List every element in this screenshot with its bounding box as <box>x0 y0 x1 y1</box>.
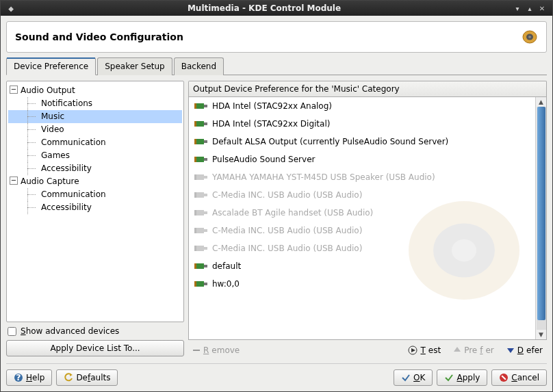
collapse-icon[interactable]: − <box>10 86 18 94</box>
minus-icon <box>192 346 201 354</box>
scroll-track[interactable] <box>537 107 546 330</box>
defaults-button[interactable]: Defaults <box>56 369 118 386</box>
device-list: HDA Intel (STAC92xx Analog)HDA Intel (ST… <box>188 96 547 340</box>
device-item[interactable]: hw:0,0 <box>189 275 535 293</box>
sound-card-icon <box>194 101 208 111</box>
prefer-button[interactable]: Prefer <box>450 344 497 356</box>
check-icon <box>401 373 411 382</box>
module-title: Sound and Video Configuration <box>15 31 522 42</box>
tree-label: Audio Output <box>21 86 75 95</box>
speaker-icon <box>522 29 538 45</box>
play-icon <box>408 345 417 355</box>
right-column: Output Device Preference for the 'Music'… <box>188 81 547 356</box>
scroll-up-icon[interactable]: ▲ <box>537 97 546 107</box>
svg-rect-32 <box>204 247 207 250</box>
svg-rect-14 <box>204 140 207 143</box>
tree-node-music[interactable]: Music <box>8 110 182 123</box>
sound-card-icon <box>194 119 208 129</box>
svg-rect-22 <box>194 192 196 198</box>
device-label: C-Media INC. USB Audio (USB Audio) <box>212 244 362 253</box>
device-scroll[interactable]: HDA Intel (STAC92xx Analog)HDA Intel (ST… <box>189 97 535 339</box>
show-advanced-row: Show advanced devices <box>6 322 184 337</box>
tree-label: Communication <box>41 138 106 147</box>
device-label: C-Media INC. USB Audio (USB Audio) <box>212 226 362 235</box>
device-item[interactable]: YAMAHA YAMAHA YST-M45D USB Speaker (USB … <box>189 168 535 186</box>
svg-rect-26 <box>204 211 207 214</box>
close-icon[interactable]: ✕ <box>537 3 547 13</box>
tree-node-audio-output[interactable]: − Audio Output <box>8 84 182 97</box>
device-item[interactable]: Ascalade BT Agile handset (USB Audio) <box>189 204 535 222</box>
tab-device-preference[interactable]: Device Preference <box>6 57 96 75</box>
collapse-icon[interactable]: − <box>10 177 18 185</box>
tree-node-video[interactable]: Video <box>8 123 182 136</box>
svg-rect-19 <box>194 174 196 180</box>
show-advanced-checkbox[interactable] <box>8 327 16 336</box>
sound-card-icon <box>194 226 208 235</box>
device-list-header: Output Device Preference for the 'Music'… <box>188 81 547 96</box>
svg-rect-35 <box>204 265 207 267</box>
device-item[interactable]: default <box>189 257 535 275</box>
sound-card-icon <box>194 208 208 218</box>
defer-button[interactable]: Defer <box>504 344 545 356</box>
sound-card-icon <box>194 279 208 289</box>
tree-node-cap-accessibility[interactable]: Accessibility <box>8 201 182 214</box>
device-item[interactable]: PulseAudio Sound Server <box>189 151 535 168</box>
tab-backend[interactable]: Backend <box>174 57 224 75</box>
tree-node-notifications[interactable]: Notifications <box>8 97 182 110</box>
sound-card-icon <box>194 190 208 200</box>
remove-button[interactable]: Remove <box>190 344 242 356</box>
tab-body: − Audio Output Notifications Music Video… <box>6 75 547 361</box>
content: Sound and Video Configuration Device Pre… <box>1 16 552 391</box>
device-item[interactable]: C-Media INC. USB Audio (USB Audio) <box>189 239 535 257</box>
window-menu-icon[interactable]: ◆ <box>6 3 16 13</box>
left-column: − Audio Output Notifications Music Video… <box>6 81 184 356</box>
help-button[interactable]: ? Help <box>6 369 52 386</box>
tree-label: Communication <box>41 190 106 199</box>
tree-node-accessibility[interactable]: Accessibility <box>8 162 182 175</box>
device-label: HDA Intel (STAC92xx Analog) <box>212 101 332 111</box>
stop-icon <box>499 373 509 382</box>
tree-node-communication[interactable]: Communication <box>8 136 182 149</box>
ok-button[interactable]: OK <box>394 369 433 386</box>
sound-card-icon <box>194 261 208 271</box>
cancel-button[interactable]: Cancel <box>491 369 547 386</box>
svg-rect-13 <box>194 139 196 144</box>
device-item[interactable]: HDA Intel (STAC92xx Analog) <box>189 97 535 115</box>
tab-speaker-setup[interactable]: Speaker Setup <box>97 57 172 75</box>
arrow-up-icon <box>453 346 461 354</box>
tree-label: Accessibility <box>41 164 92 173</box>
revert-icon <box>64 373 73 382</box>
tree-node-cap-communication[interactable]: Communication <box>8 188 182 201</box>
svg-rect-7 <box>194 103 196 109</box>
device-label: hw:0,0 <box>212 279 240 289</box>
check-icon <box>444 373 454 382</box>
apply-device-list-button[interactable]: Apply Device List To... <box>6 340 184 356</box>
tree-node-audio-capture[interactable]: − Audio Capture <box>8 175 182 188</box>
arrow-down-icon <box>506 346 515 354</box>
svg-rect-25 <box>194 210 196 215</box>
svg-rect-37 <box>194 281 196 287</box>
scroll-thumb[interactable] <box>537 107 545 320</box>
titlebar[interactable]: ◆ Multimedia - KDE Control Module ▾ ▴ ✕ <box>1 1 552 16</box>
device-item[interactable]: C-Media INC. USB Audio (USB Audio) <box>189 186 535 204</box>
apply-button[interactable]: Apply <box>437 369 487 386</box>
tree-node-games[interactable]: Games <box>8 149 182 162</box>
scroll-down-icon[interactable]: ▼ <box>537 330 546 339</box>
svg-rect-10 <box>194 121 196 127</box>
device-label: YAMAHA YAMAHA YST-M45D USB Speaker (USB … <box>212 172 435 182</box>
device-actions: Remove Test Prefer Defer <box>188 340 547 356</box>
test-button[interactable]: Test <box>405 344 443 356</box>
tab-label: Device Preference <box>14 62 88 71</box>
minimize-icon[interactable]: ▾ <box>513 3 522 13</box>
svg-rect-39 <box>193 350 200 351</box>
svg-rect-16 <box>194 157 196 162</box>
window-title: Multimedia - KDE Control Module <box>17 3 511 13</box>
device-item[interactable]: Default ALSA Output (currently PulseAudi… <box>189 133 535 151</box>
scrollbar[interactable]: ▲ ▼ <box>535 97 546 339</box>
category-tree[interactable]: − Audio Output Notifications Music Video… <box>6 81 184 322</box>
device-item[interactable]: C-Media INC. USB Audio (USB Audio) <box>189 222 535 239</box>
device-item[interactable]: HDA Intel (STAC92xx Digital) <box>189 115 535 133</box>
svg-marker-43 <box>507 348 514 353</box>
maximize-icon[interactable]: ▴ <box>525 3 535 13</box>
sound-card-icon <box>194 244 208 253</box>
